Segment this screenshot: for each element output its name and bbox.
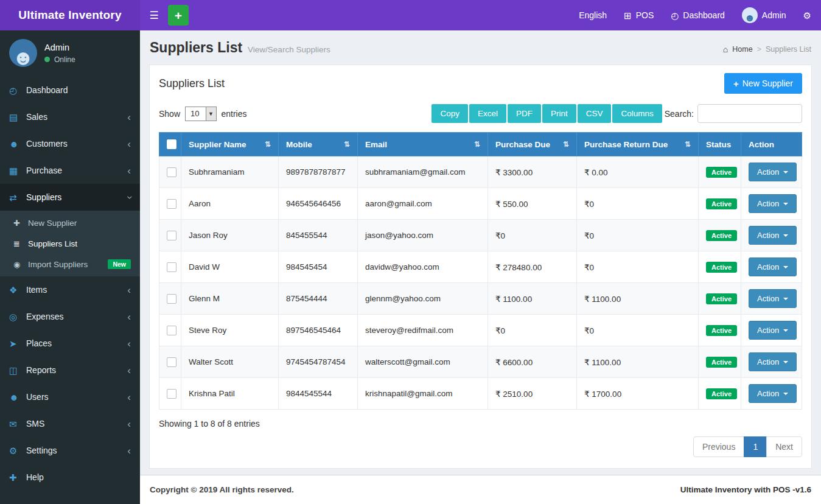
row-checkbox[interactable] (167, 294, 176, 304)
column-header-purchase-due[interactable]: Purchase Due⇅ (488, 133, 577, 156)
action-button[interactable]: Action (749, 352, 797, 371)
nav-dashboard[interactable]: ◴Dashboard (671, 10, 725, 20)
sidebar-item-customers[interactable]: ☻Customers‹ (0, 130, 140, 157)
search-wrap: Search: (665, 104, 802, 123)
expenses-icon: ◎ (9, 312, 26, 321)
email-cell: steveroy@redifmail.com (358, 315, 488, 346)
row-checkbox[interactable] (167, 231, 176, 240)
entries-select[interactable]: 10 ▼ (185, 107, 216, 121)
breadcrumb-home[interactable]: Home (732, 45, 752, 54)
brand[interactable]: Ultimate Inventory (0, 0, 140, 30)
purchase-return-due-cell: ₹ 0.00 (577, 156, 699, 188)
table-row: Jason Roy845455544jason@yahoo.com₹0₹0Act… (159, 220, 802, 251)
settings-icon: ⚙ (9, 446, 26, 455)
purchase-due-cell: ₹ 278480.00 (488, 251, 577, 283)
sidebar-item-places[interactable]: ➤Places‹ (0, 330, 140, 357)
row-checkbox[interactable] (167, 357, 176, 367)
export-print-button[interactable]: Print (542, 104, 576, 123)
column-header-supplier-name[interactable]: Supplier Name⇅ (181, 133, 279, 156)
row-checkbox[interactable] (167, 262, 176, 272)
sort-icon[interactable]: ⇅ (474, 140, 480, 149)
nav-language[interactable]: English (579, 10, 607, 20)
row-checkbox[interactable] (167, 167, 176, 177)
sales-icon: ▤ (9, 113, 26, 122)
sort-icon[interactable]: ⇅ (344, 140, 350, 149)
navbar-main: ☰ + English ⊞POS ◴Dashboard ☻Admin ⚙ (140, 0, 821, 30)
supplier-name-cell: Walter Scott (181, 346, 279, 378)
sidebar-item-sms[interactable]: ✉SMS‹ (0, 410, 140, 437)
action-button[interactable]: Action (749, 289, 797, 308)
action-button[interactable]: Action (749, 321, 797, 340)
status-cell: Active (699, 378, 741, 410)
table-controls: Show 10 ▼ entries CopyExcelPDFPrintCSVCo… (159, 104, 802, 123)
online-status-dot (44, 57, 50, 62)
sidebar-item-suppliers[interactable]: ⇄Suppliers‹ (0, 184, 140, 211)
row-checkbox[interactable] (167, 389, 176, 399)
sidebar-item-users[interactable]: ☻Users‹ (0, 383, 140, 410)
sidebar-item-sales[interactable]: ▤Sales‹ (0, 103, 140, 130)
status-cell: Active (699, 156, 741, 188)
sort-icon[interactable]: ⇅ (685, 140, 691, 149)
sidebar-item-help[interactable]: ✚Help (0, 464, 140, 491)
pagination-previous[interactable]: Previous (693, 436, 744, 457)
suppliers-list-icon: ≣ (13, 240, 28, 248)
new-supplier-button[interactable]: + New Supplier (724, 73, 802, 94)
select-all-checkbox[interactable] (167, 139, 176, 149)
footer-version: Ultimate Inventory with POS -v1.6 (680, 485, 811, 494)
mobile-cell: 875454444 (279, 283, 358, 315)
action-button[interactable]: Action (749, 226, 797, 245)
gear-icon: ⚙ (803, 11, 811, 20)
column-header-email[interactable]: Email⇅ (358, 133, 488, 156)
action-button[interactable]: Action (749, 194, 797, 213)
column-header-action[interactable]: Action (741, 133, 802, 156)
row-checkbox[interactable] (167, 326, 176, 335)
column-header-purchase-return-due[interactable]: Purchase Return Due⇅ (577, 133, 699, 156)
sidebar-item-settings[interactable]: ⚙Settings‹ (0, 437, 140, 464)
sidebar-subitem-import-suppliers[interactable]: ◉Import SuppliersNew (0, 254, 140, 275)
pagination-page-1[interactable]: 1 (744, 436, 767, 457)
column-header-status[interactable]: Status (699, 133, 741, 156)
sidebar-subitem-suppliers-list[interactable]: ≣Suppliers List (0, 233, 140, 254)
sidebar-item-expenses[interactable]: ◎Expenses‹ (0, 303, 140, 330)
export-copy-button[interactable]: Copy (431, 104, 468, 123)
email-cell: aaron@gmail.com (358, 188, 488, 220)
action-button[interactable]: Action (749, 257, 797, 276)
mobile-cell: 9844545544 (279, 378, 358, 410)
purchase-due-cell: ₹ 2510.00 (488, 378, 577, 410)
sort-icon[interactable]: ⇅ (563, 140, 569, 149)
export-columns-button[interactable]: Columns (612, 104, 662, 123)
sidebar-item-purchase[interactable]: ▦Purchase‹ (0, 157, 140, 184)
user-avatar: ☻ (742, 7, 758, 23)
nav-user-menu[interactable]: ☻Admin (742, 7, 786, 23)
export-csv-button[interactable]: CSV (578, 104, 612, 123)
nav-pos[interactable]: ⊞POS (624, 10, 654, 20)
sidebar-item-label: Customers (26, 139, 68, 149)
action-cell: Action (741, 378, 802, 410)
export-excel-button[interactable]: Excel (469, 104, 506, 123)
action-button[interactable]: Action (749, 163, 797, 181)
hamburger-menu-icon[interactable]: ☰ (140, 0, 168, 30)
column-header-mobile[interactable]: Mobile⇅ (279, 133, 358, 156)
sort-icon[interactable]: ⇅ (265, 140, 271, 149)
sidebar-item-items[interactable]: ❖Items‹ (0, 276, 140, 303)
sidebar-item-dashboard[interactable]: ◴Dashboard (0, 77, 140, 103)
sidebar-subitem-new-supplier[interactable]: ✚New Supplier (0, 212, 140, 233)
email-cell: jason@yahoo.com (358, 220, 488, 251)
chevron-down-icon: ‹ (124, 195, 135, 199)
row-checkbox[interactable] (167, 199, 176, 209)
action-button[interactable]: Action (749, 384, 797, 403)
action-cell: Action (741, 156, 802, 188)
quick-add-button[interactable]: + (168, 5, 189, 26)
caret-down-icon (783, 266, 788, 268)
pagination-next[interactable]: Next (766, 436, 802, 457)
sidebar-subitem-label: Suppliers List (28, 239, 77, 248)
dashboard-icon: ◴ (671, 11, 679, 20)
export-pdf-button[interactable]: PDF (508, 104, 541, 123)
sidebar-user-status: Online (44, 55, 75, 64)
search-input[interactable] (697, 104, 802, 123)
email-cell: subhramaniam@gmail.com (358, 156, 488, 188)
purchase-due-cell: ₹ 1100.00 (488, 283, 577, 315)
sidebar-item-reports[interactable]: ◫Reports‹ (0, 357, 140, 383)
column-header-label: Email (365, 140, 387, 149)
nav-settings[interactable]: ⚙ (803, 11, 811, 20)
